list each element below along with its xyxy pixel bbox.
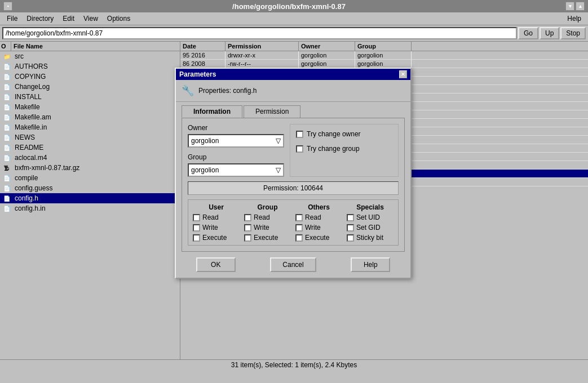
- list-item[interactable]: 🗜 bxfm-xmnl-0.87.tar.gz: [0, 163, 180, 173]
- perm-header-group: Group: [242, 202, 293, 212]
- list-item[interactable]: 📄 Makefile: [0, 102, 180, 112]
- go-button[interactable]: Go: [518, 27, 538, 39]
- dialog-tab-content: Owner gorgolion ▽ Group gorgolion ▽: [182, 118, 405, 252]
- file-icon: 📄: [1, 92, 12, 101]
- perm-grid: User Group Others Specials Read Read: [191, 202, 396, 243]
- file-name: aclocal.m4: [15, 154, 179, 162]
- owner-dropdown-arrow[interactable]: ▽: [276, 137, 281, 145]
- group-write-checkbox[interactable]: [244, 224, 251, 231]
- owner-select[interactable]: gorgolion ▽: [188, 134, 284, 148]
- set-gid-checkbox[interactable]: [347, 224, 354, 231]
- user-write-row: Write: [191, 222, 242, 233]
- others-write-row: Write: [293, 222, 344, 233]
- file-icon: 📄: [1, 173, 12, 182]
- ok-button[interactable]: OK: [196, 257, 236, 272]
- sticky-bit-label: Sticky bit: [356, 234, 383, 242]
- list-item[interactable]: 📄 Makefile.in: [0, 122, 180, 132]
- sticky-bit-checkbox[interactable]: [347, 234, 354, 242]
- list-item[interactable]: 📄 README: [0, 142, 180, 153]
- file-name: Makefile: [15, 103, 179, 111]
- right-table-header: Date Permission Owner Group: [180, 42, 588, 51]
- maximize-btn[interactable]: ▴: [576, 2, 585, 11]
- user-write-checkbox[interactable]: [193, 224, 200, 231]
- group-select[interactable]: gorgolion ▽: [188, 163, 284, 177]
- dialog-title: Parameters: [179, 70, 216, 78]
- list-item[interactable]: 📄 Makefile.am: [0, 112, 180, 122]
- group-execute-checkbox[interactable]: [244, 234, 251, 242]
- status-bar: 31 item(s), Selected: 1 item(s), 2.4 Kby…: [0, 359, 588, 372]
- list-item[interactable]: 📄 aclocal.m4: [0, 153, 180, 163]
- header-col-o: O: [0, 42, 11, 51]
- group-read-checkbox[interactable]: [244, 214, 251, 221]
- header-group: Group: [355, 42, 412, 51]
- file-name: Makefile.am: [15, 113, 179, 121]
- user-read-checkbox[interactable]: [193, 214, 200, 221]
- window-title: /home/gorgolion/bxfm-xmnl-0.87: [12, 2, 565, 11]
- group-dropdown-arrow[interactable]: ▽: [276, 166, 281, 174]
- group-write-label: Write: [254, 224, 269, 231]
- owner-value: gorgolion: [191, 137, 219, 145]
- stop-button[interactable]: Stop: [560, 27, 586, 39]
- minimize-btn[interactable]: ▾: [565, 2, 574, 11]
- user-execute-label: Execute: [202, 234, 227, 242]
- list-item[interactable]: 📁 src: [0, 51, 180, 61]
- list-item[interactable]: 📄 ChangeLog: [0, 82, 180, 92]
- address-input[interactable]: [2, 27, 517, 39]
- dialog-close-btn[interactable]: ✕: [399, 70, 407, 78]
- list-item[interactable]: 📄 config.h: [0, 193, 180, 203]
- title-bar: ▪ /home/gorgolion/bxfm-xmnl-0.87 ▾ ▴: [0, 0, 588, 12]
- help-button[interactable]: Help: [351, 257, 390, 272]
- menu-directory[interactable]: Directory: [22, 14, 58, 24]
- menu-edit[interactable]: Edit: [58, 14, 79, 24]
- table-row[interactable]: 95 2016 drwxr-xr-x gorgolion gorgolion: [180, 51, 588, 60]
- window-menu-btn[interactable]: ▪: [3, 2, 12, 11]
- cancel-button[interactable]: Cancel: [270, 257, 316, 272]
- try-change-group-checkbox[interactable]: [296, 145, 303, 153]
- menu-help[interactable]: Help: [563, 14, 586, 24]
- folder-icon: 📁: [1, 52, 12, 61]
- tab-information[interactable]: Information: [182, 105, 242, 118]
- archive-icon: 🗜: [1, 163, 12, 172]
- menu-options[interactable]: Options: [103, 14, 135, 24]
- window-controls-right: ▾ ▴: [565, 2, 585, 11]
- set-uid-checkbox[interactable]: [347, 214, 354, 221]
- tab-permission[interactable]: Permission: [244, 105, 300, 118]
- permission-bar: Permission: 100644: [188, 181, 399, 195]
- try-change-group-label: Try change group: [307, 145, 360, 153]
- list-item[interactable]: 📄 compile: [0, 173, 180, 183]
- file-icon: 📄: [1, 103, 12, 112]
- others-write-label: Write: [305, 224, 321, 231]
- list-item[interactable]: 📄 COPYING: [0, 72, 180, 82]
- list-item[interactable]: 📄 INSTALL: [0, 92, 180, 102]
- list-item[interactable]: 📄 AUTHORS: [0, 61, 180, 72]
- menu-file[interactable]: File: [2, 14, 22, 24]
- others-execute-checkbox[interactable]: [295, 234, 303, 242]
- dialog-tabs: Information Permission: [182, 105, 405, 118]
- user-execute-checkbox[interactable]: [193, 234, 200, 242]
- table-row[interactable]: 86 2008 -rw-r--r-- gorgolion gorgolion: [180, 60, 588, 68]
- try-change-owner-checkbox[interactable]: [296, 131, 303, 138]
- file-name: Makefile.in: [15, 123, 179, 131]
- permission-text: Permission: 100644: [263, 184, 323, 192]
- others-write-checkbox[interactable]: [295, 224, 303, 231]
- file-name: INSTALL: [15, 93, 179, 101]
- list-item[interactable]: 📄 config.h.in: [0, 203, 180, 213]
- list-item[interactable]: 📄 config.guess: [0, 183, 180, 193]
- permission-section: User Group Others Specials Read Read: [188, 199, 399, 246]
- window-controls-left: ▪: [3, 2, 12, 11]
- dialog-buttons: OK Cancel Help: [176, 252, 410, 278]
- up-button[interactable]: Up: [540, 27, 559, 39]
- others-execute-row: Execute: [293, 233, 344, 243]
- menu-bar: File Directory Edit View Options Help: [0, 12, 588, 25]
- menu-view[interactable]: View: [79, 14, 103, 24]
- file-name: NEWS: [15, 133, 179, 141]
- file-name: README: [15, 144, 179, 152]
- file-icon: 📄: [1, 143, 12, 152]
- set-uid-row: Set UID: [344, 212, 396, 222]
- others-read-checkbox[interactable]: [295, 214, 303, 221]
- file-icon: 📄: [1, 62, 12, 71]
- group-write-row: Write: [242, 222, 293, 233]
- file-name: AUTHORS: [15, 63, 179, 70]
- list-item[interactable]: 📄 NEWS: [0, 132, 180, 142]
- file-list-body[interactable]: 📁 src 📄 AUTHORS 📄 COPYING 📄 ChangeLog 📄 …: [0, 51, 180, 359]
